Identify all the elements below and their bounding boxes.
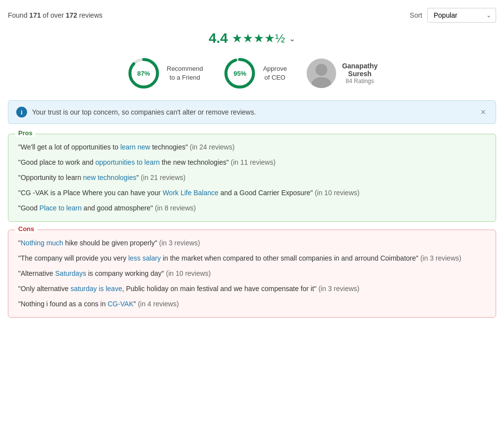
pros-item-4: "CG -VAK is a Place Where you can have y…	[18, 188, 486, 198]
pros-link-2[interactable]: opportunities to learn	[95, 158, 160, 166]
cons-item-5: "Nothing i found as a cons in CG-VAK" (i…	[18, 299, 486, 309]
recommend-metric: 87% Recommendto a Friend	[126, 56, 203, 90]
pros-link-1[interactable]: learn new	[120, 143, 150, 151]
pros-item-1: "We'll get a lot of opportunities to lea…	[18, 142, 486, 152]
pros-count-1: (in 24 reviews)	[190, 143, 235, 151]
total-count: 172	[66, 11, 77, 19]
pros-item-3: "Opportunity to learn new technologies" …	[18, 173, 486, 183]
rating-number: 4.4	[209, 30, 228, 46]
pros-link-3[interactable]: new technologies	[83, 174, 136, 181]
ceo-ratings: 84 Ratings	[342, 78, 378, 85]
ceo-approve-metric: 95% Approveof CEO	[222, 56, 286, 90]
cons-item-2: "The company will provide you very less …	[18, 253, 486, 264]
page-wrapper: Found 171 of over 172 reviews Sort Popul…	[0, 0, 504, 333]
cons-count-5: (in 4 reviews)	[138, 300, 179, 308]
ceo-approve-circle: 95%	[222, 56, 257, 90]
svg-point-5	[312, 77, 331, 88]
cons-link-1[interactable]: Nothing much	[21, 239, 63, 247]
trust-banner: i Your trust is our top concern, so comp…	[8, 100, 496, 124]
sort-select-wrapper: Popular Recent Highest Lowest ⌄	[427, 8, 496, 23]
ceo-name: GanapathySuresh	[342, 62, 378, 78]
avatar-silhouette	[307, 59, 336, 88]
cons-link-3[interactable]: Saturdays	[55, 269, 86, 277]
pros-count-5: (in 8 reviews)	[155, 204, 196, 212]
pros-item-5: "Good Place to learn and good atmosphere…	[18, 203, 486, 213]
found-count: 171	[30, 11, 41, 19]
ceo-item: GanapathySuresh 84 Ratings	[307, 59, 378, 88]
info-icon: i	[16, 107, 27, 118]
pros-box: Pros "We'll get a lot of opportunities t…	[8, 134, 496, 222]
cons-item-1: "Nothing much hike should be given prope…	[18, 238, 486, 248]
cons-box: Cons "Nothing much hike should be given …	[8, 230, 496, 318]
star-icons: ★★★★½	[232, 31, 285, 45]
pros-link-4[interactable]: Work Life Balance	[162, 189, 218, 197]
found-suffix: reviews	[77, 11, 102, 19]
found-prefix: Found	[8, 11, 30, 19]
sort-label: Sort	[410, 11, 422, 19]
cons-item-4: "Only alternative saturday is leave, Pub…	[18, 284, 486, 294]
cons-count-2: (in 3 reviews)	[420, 254, 461, 262]
pros-count-3: (in 21 reviews)	[141, 174, 186, 181]
cons-link-2[interactable]: less salary	[128, 254, 161, 262]
cons-item-3: "Alternative Saturdays is company workin…	[18, 268, 486, 279]
cons-link-5[interactable]: CG-VAK	[108, 300, 134, 308]
pros-label: Pros	[15, 129, 35, 137]
trust-text: Your trust is our top concern, so compan…	[32, 108, 256, 116]
cons-count-1: (in 3 reviews)	[159, 239, 200, 247]
ceo-approve-label: Approveof CEO	[263, 64, 286, 82]
found-middle: of over	[41, 11, 66, 19]
ceo-info: GanapathySuresh 84 Ratings	[342, 62, 378, 85]
cons-link-4[interactable]: saturday is leave	[70, 285, 122, 293]
rating-section: 4.4 ★★★★½ ⌄ 87% Recommendto a Friend	[8, 30, 496, 90]
ceo-approve-percent: 95%	[233, 70, 246, 77]
metrics-row: 87% Recommendto a Friend 95% Approveof C…	[8, 56, 496, 90]
sort-select[interactable]: Popular Recent Highest Lowest	[427, 8, 496, 23]
cons-label: Cons	[15, 225, 37, 233]
cons-count-4: (in 3 reviews)	[318, 285, 359, 293]
pros-count-4: (in 10 reviews)	[315, 189, 359, 197]
recommend-percent: 87%	[137, 70, 150, 77]
pros-link-5[interactable]: Place to learn	[39, 204, 82, 212]
rating-chevron-icon[interactable]: ⌄	[289, 34, 295, 43]
svg-point-4	[315, 64, 327, 76]
pros-count-2: (in 11 reviews)	[231, 158, 276, 166]
trust-left: i Your trust is our top concern, so comp…	[16, 107, 256, 118]
rating-main: 4.4 ★★★★½ ⌄	[8, 30, 496, 46]
recommend-label: Recommendto a Friend	[167, 64, 203, 82]
pros-item-2: "Good place to work and opportunities to…	[18, 157, 486, 168]
header-row: Found 171 of over 172 reviews Sort Popul…	[8, 8, 496, 23]
recommend-circle: 87%	[126, 56, 161, 90]
avatar	[307, 59, 336, 88]
close-button[interactable]: ×	[478, 107, 488, 118]
cons-count-3: (in 10 reviews)	[166, 269, 211, 277]
sort-row: Sort Popular Recent Highest Lowest ⌄	[410, 8, 496, 23]
found-text: Found 171 of over 172 reviews	[8, 11, 102, 19]
